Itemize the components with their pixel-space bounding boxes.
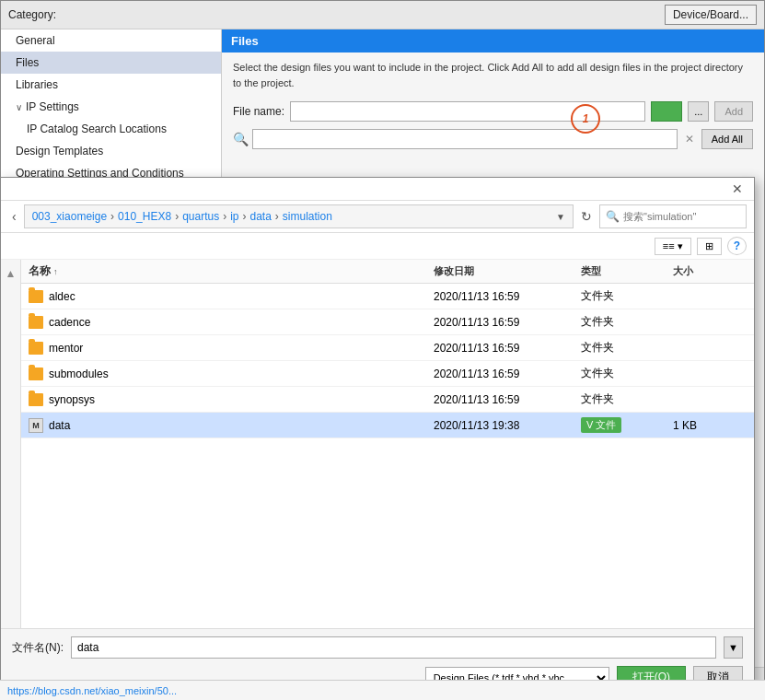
fb-view-button[interactable]: ≡≡ ▾ [655, 238, 691, 255]
col-header-size: 大小 [673, 263, 747, 279]
file-name-label: File name: [233, 105, 284, 118]
file-browser-dialog: ✕ ‹ 003_xiaomeige › 010_HEX8 › quartus ›… [0, 177, 755, 697]
fb-path-part-5[interactable]: data [250, 210, 272, 223]
file-name-row: File name: ... Add [233, 101, 753, 122]
sidebar-item-libraries[interactable]: Libraries [1, 74, 221, 96]
add-all-button[interactable]: Add All [701, 129, 753, 149]
fb-up-arrow[interactable]: ▲ [6, 267, 17, 280]
fb-help-button[interactable]: ? [727, 237, 747, 255]
folder-icon [29, 290, 43, 303]
file-icon: M [29, 418, 43, 433]
device-board-button[interactable]: Device/Board... [665, 5, 757, 25]
file-name-cell: aldec [29, 290, 434, 303]
fb-path-dropdown-button[interactable]: ▼ [556, 212, 565, 222]
file-name-input[interactable] [290, 101, 645, 122]
fb-filename-row: 文件名(N): ▼ [12, 636, 743, 659]
fb-refresh-button[interactable]: ↻ [577, 207, 596, 226]
table-row[interactable]: cadence 2020/11/13 16:59 文件夹 [21, 309, 754, 335]
files-header: Files [222, 29, 764, 52]
ip-settings-arrow: ∨ [16, 102, 22, 112]
fb-close-button[interactable]: ✕ [728, 181, 747, 196]
table-row[interactable]: aldec 2020/11/13 16:59 文件夹 [21, 284, 754, 309]
file-name-cell: M data [29, 418, 434, 433]
table-row[interactable]: submodules 2020/11/13 16:59 文件夹 [21, 361, 754, 387]
folder-icon [29, 316, 43, 329]
col-header-date: 修改日期 [434, 263, 581, 279]
sidebar-item-files[interactable]: Files [1, 52, 221, 74]
fb-back-button[interactable]: ‹ [8, 207, 20, 226]
sidebar-item-ip-catalog[interactable]: IP Catalog Search Locations [1, 118, 221, 140]
fb-search-input[interactable] [623, 211, 734, 222]
folder-icon [29, 393, 43, 406]
col-header-type: 类型 [581, 263, 673, 279]
category-label: Category: [8, 8, 56, 21]
table-row[interactable]: M data 2020/11/13 19:38 V 文件 1 KB [21, 413, 754, 438]
files-description: Select the design files you want to incl… [233, 60, 753, 90]
fb-filename-dropdown-button[interactable]: ▼ [724, 636, 743, 659]
status-bar: https://blog.csdn.net/xiao_meixin/50... [0, 680, 765, 700]
fb-body: ▲ 名称 ↑ 修改日期 类型 大小 aldec 2020/11/13 16:59 [1, 260, 754, 628]
fb-path-part-4[interactable]: ip [230, 210, 238, 223]
status-bar-text: https://blog.csdn.net/xiao_meixin/50... [7, 685, 177, 696]
file-name-cell: synopsys [29, 393, 434, 406]
fb-path-part-1[interactable]: 003_xiaomeige [32, 210, 107, 223]
browse-button[interactable] [651, 101, 682, 122]
folder-icon [29, 342, 43, 355]
sidebar-item-ip-settings[interactable]: ∨ IP Settings [1, 96, 221, 118]
fb-search-box: 🔍 [599, 204, 747, 228]
fb-left-nav: ▲ [1, 260, 21, 628]
fb-path-part-2[interactable]: 010_HEX8 [118, 210, 171, 223]
file-name-cell: submodules [29, 368, 434, 380]
fb-titlebar: ✕ [1, 178, 754, 201]
fb-filename-input[interactable] [71, 636, 716, 659]
fb-path-display: 003_xiaomeige › 010_HEX8 › quartus › ip … [24, 204, 574, 228]
search-row: 🔍 ✕ Add All [233, 129, 753, 149]
table-row[interactable]: mentor 2020/11/13 16:59 文件夹 [21, 335, 754, 361]
search-icon: 🔍 [233, 132, 249, 146]
fb-column-header: 名称 ↑ 修改日期 类型 大小 [21, 260, 754, 284]
file-name-cell: mentor [29, 342, 434, 355]
fb-search-icon: 🔍 [606, 210, 620, 223]
fb-file-area: 名称 ↑ 修改日期 类型 大小 aldec 2020/11/13 16:59 文… [21, 260, 754, 628]
table-row[interactable]: synopsys 2020/11/13 16:59 文件夹 [21, 387, 754, 413]
search-input[interactable] [252, 129, 678, 149]
fb-filename-label: 文件名(N): [12, 640, 64, 656]
fb-path-part-6[interactable]: simulation [283, 210, 332, 223]
sidebar-item-design-templates[interactable]: Design Templates [1, 140, 221, 162]
col-header-name: 名称 ↑ [29, 263, 434, 279]
main-dialog-header: Category: Device/Board... [1, 1, 764, 29]
fb-path-part-3[interactable]: quartus [182, 210, 219, 223]
sidebar-item-general[interactable]: General [1, 29, 221, 52]
fb-nav-bar: ‹ 003_xiaomeige › 010_HEX8 › quartus › i… [1, 201, 754, 233]
fb-grid-button[interactable]: ⊞ [697, 238, 722, 255]
folder-icon [29, 368, 43, 380]
fb-toolbar: ≡≡ ▾ ⊞ ? [1, 233, 754, 260]
file-name-cell: cadence [29, 316, 434, 329]
clear-search-button[interactable]: ✕ [681, 133, 698, 146]
add-button[interactable]: Add [714, 101, 753, 122]
dots-button[interactable]: ... [688, 101, 709, 122]
